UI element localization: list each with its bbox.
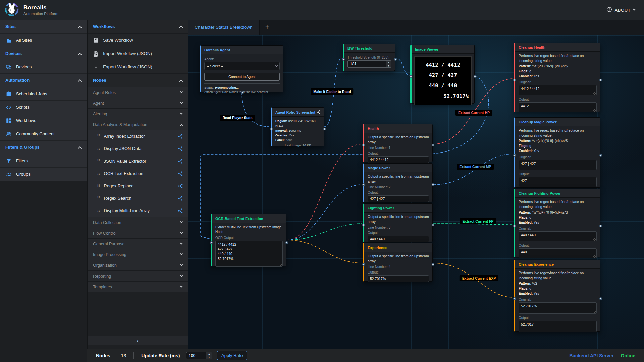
connector-dot[interactable] — [342, 58, 345, 61]
connector-dot[interactable] — [513, 297, 516, 300]
category-organization[interactable]: Organization — [88, 260, 188, 271]
connector-dot[interactable] — [599, 225, 602, 227]
output-textarea[interactable]: 52.7017 — [519, 321, 597, 332]
category-templates[interactable]: Templates — [88, 282, 188, 292]
connector-dot[interactable] — [362, 263, 365, 266]
palette-node-regex-replace[interactable]: ⠿ Regex Replace — [88, 180, 188, 192]
sidebar-item-workflows[interactable]: Workflows — [0, 114, 87, 127]
category-general-purpose[interactable]: General Purpose — [88, 239, 188, 249]
node-cleanup-magic-power[interactable]: Cleanup Magic Power Performs live regex-… — [514, 117, 600, 188]
category-flow-control[interactable]: Flow Control — [88, 228, 188, 239]
workflow-canvas[interactable]: Read Player Stats Make it Easier to Read… — [188, 35, 644, 349]
output-field[interactable] — [368, 236, 429, 242]
share-icon[interactable] — [316, 110, 321, 114]
apply-rate-button[interactable]: Apply Rate — [217, 351, 247, 360]
node-cleanup-experience[interactable]: Cleanup Experience Performs live regex-b… — [514, 260, 600, 332]
node-fighting-power[interactable]: Fighting Power Output a specific line fr… — [363, 203, 433, 242]
connector-dot[interactable] — [432, 263, 434, 266]
sidebar-item-filters[interactable]: Filters — [0, 154, 87, 168]
category-agent-roles[interactable]: Agent Roles — [88, 87, 188, 98]
share-icon[interactable] — [178, 196, 183, 201]
sidebar-item-devices[interactable]: Devices — [0, 60, 87, 74]
new-tab-button[interactable]: + — [260, 20, 275, 35]
category-agent[interactable]: Agent — [88, 98, 188, 109]
category-data-analysis[interactable]: Data Analysis & Manipulation — [88, 119, 188, 130]
connector-dot[interactable] — [241, 91, 244, 94]
drag-handle-icon[interactable]: ⠿ — [97, 208, 100, 213]
sidebar-item-groups[interactable]: Groups — [0, 168, 87, 181]
sidebar-section-filters-groups[interactable]: Filters & Groups — [0, 141, 87, 154]
palette-node-display-json-data[interactable]: ⠿ Display JSON Data — [88, 142, 188, 155]
palette-node-display-multi-line-array[interactable]: ⠿ Display Multi-Line Array — [88, 204, 188, 217]
node-image-viewer[interactable]: Image Viewer 4412 / 4412 427 / 427 440 /… — [410, 45, 475, 104]
update-rate-input[interactable] — [186, 352, 206, 359]
palette-node-array-index-extractor[interactable]: ⠿ Array Index Extractor — [88, 130, 188, 142]
drag-handle-icon[interactable]: ⠿ — [97, 183, 100, 188]
output-textarea[interactable]: 4412 — [519, 102, 597, 112]
node-agent-role-screenshot[interactable]: Agent Role: Screenshot Region: X:200 Y:4… — [271, 107, 324, 146]
palette-node-regex-search[interactable]: ⠿ Regex Search — [88, 192, 188, 204]
connector-dot[interactable] — [513, 225, 516, 227]
number-stepper[interactable]: ▲▼ — [386, 61, 391, 67]
connector-dot[interactable] — [270, 128, 273, 130]
connector-dot[interactable] — [323, 128, 326, 130]
drag-handle-icon[interactable]: ⠿ — [97, 134, 100, 139]
share-icon[interactable] — [178, 183, 183, 189]
sidebar-item-community-content[interactable]: Community Content — [0, 127, 87, 141]
node-health[interactable]: Health Output a specific line from an up… — [363, 124, 433, 162]
sidebar-item-scripts[interactable]: Scripts — [0, 101, 87, 114]
export-workflow-button[interactable]: Export Workflow (JSON) — [88, 60, 188, 74]
connector-dot[interactable] — [285, 241, 288, 244]
connector-dot[interactable] — [513, 79, 516, 81]
original-textarea[interactable]: 52.7017% — [519, 302, 597, 314]
share-icon[interactable] — [178, 146, 183, 152]
sidebar-item-scheduled-jobs[interactable]: Scheduled Jobs — [0, 87, 87, 101]
original-textarea[interactable]: 4412 / 4412 — [519, 85, 597, 95]
palette-node-json-value-extractor[interactable]: ⠿ JSON Value Extractor — [88, 155, 188, 167]
palette-section-nodes[interactable]: Nodes — [88, 74, 188, 87]
drag-handle-icon[interactable]: ⠿ — [97, 171, 100, 176]
node-magic-power[interactable]: Magic Power Output a specific line from … — [363, 163, 433, 202]
original-textarea[interactable]: 440 / 440 — [519, 231, 597, 241]
drag-handle-icon[interactable]: ⠿ — [97, 159, 100, 164]
palette-node-ocr-text-extraction[interactable]: ⠿ OCR Text Extraction — [88, 167, 188, 180]
category-alerting[interactable]: Alerting — [88, 109, 188, 119]
share-icon[interactable] — [178, 159, 183, 164]
node-ocr-text-extraction[interactable]: OCR-Based Text Extraction Extract Multi-… — [211, 214, 286, 266]
number-stepper[interactable]: ▲▼ — [206, 352, 212, 359]
save-workflow-button[interactable]: Save Workflow — [88, 34, 188, 47]
sidebar-section-devices[interactable]: Devices — [0, 47, 87, 60]
about-menu[interactable]: ABOUT — [606, 0, 635, 20]
connector-dot[interactable] — [599, 79, 602, 81]
sidebar-item-all-sites[interactable]: All Sites — [0, 34, 87, 47]
connector-dot[interactable] — [432, 224, 434, 226]
sidebar-section-automation[interactable]: Automation — [0, 74, 87, 87]
connector-dot[interactable] — [599, 297, 602, 300]
share-icon[interactable] — [178, 134, 183, 139]
output-field[interactable] — [368, 195, 429, 202]
drag-handle-icon[interactable]: ⠿ — [97, 146, 100, 151]
ocr-output-textarea[interactable]: 4412 / 4412 427 { 427 440 / 440 52.7017% — [215, 241, 283, 267]
connect-to-agent-button[interactable]: Connect to Agent — [204, 73, 280, 81]
category-data-collection[interactable]: Data Collection — [88, 217, 188, 228]
agent-select[interactable]: -- Select -- — [204, 62, 280, 70]
collapse-sidebar-button[interactable]: ‹ — [88, 336, 188, 345]
original-textarea[interactable]: 427 { 427 — [519, 160, 597, 170]
category-reporting[interactable]: Reporting — [88, 271, 188, 282]
tab-character-status-breakdown[interactable]: Character Status Breakdown — [188, 20, 260, 35]
node-bw-threshold[interactable]: BW Threshold Threshold Strength (0–255):… — [343, 44, 395, 71]
share-icon[interactable] — [178, 171, 183, 176]
output-field[interactable] — [368, 275, 429, 282]
connector-dot[interactable] — [432, 144, 434, 146]
threshold-input[interactable] — [348, 61, 386, 67]
node-experience[interactable]: Experience Output a specific line from a… — [363, 243, 433, 282]
output-field[interactable] — [368, 156, 429, 163]
palette-section-workflows[interactable]: Workflows — [88, 20, 188, 34]
output-textarea[interactable]: 440 — [519, 248, 597, 258]
connector-dot[interactable] — [210, 241, 213, 244]
connector-dot[interactable] — [362, 224, 365, 226]
drag-handle-icon[interactable]: ⠿ — [97, 196, 100, 201]
share-icon[interactable] — [178, 208, 183, 214]
node-cleanup-fighting-power[interactable]: Cleanup Fighting Power Performs live reg… — [514, 189, 600, 257]
connector-dot[interactable] — [394, 58, 397, 61]
